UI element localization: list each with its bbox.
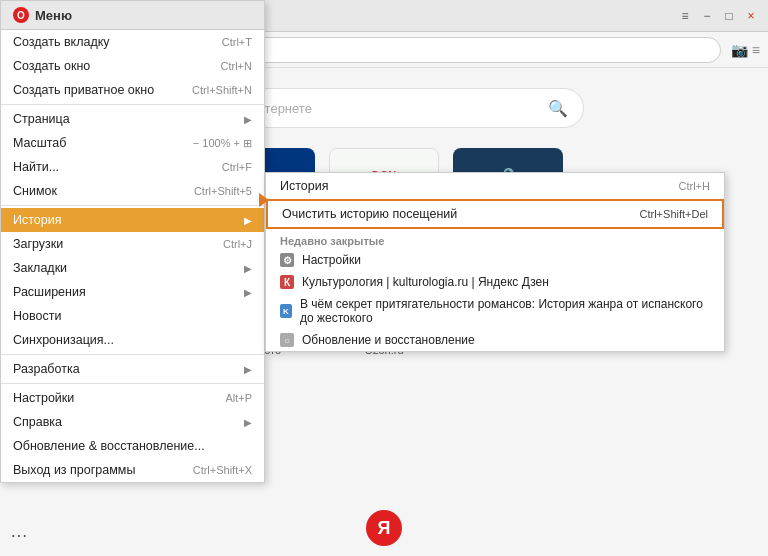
- submenu-recent-kulturologia[interactable]: К Культурология | kulturologia.ru | Янде…: [266, 271, 724, 293]
- historia-arrow: [259, 193, 269, 207]
- menu-item-new-window[interactable]: Создать окно Ctrl+N: [1, 54, 264, 78]
- address-bar-icons: 📷 ≡: [731, 42, 760, 58]
- private-window-shortcut: Ctrl+Shift+N: [192, 84, 252, 96]
- menu-item-new-tab[interactable]: Создать вкладку Ctrl+T: [1, 30, 264, 54]
- menu-title: Меню: [35, 8, 72, 23]
- dev-arrow: ▶: [244, 364, 252, 375]
- extensions-arrow: ▶: [244, 287, 252, 298]
- page-label: Страница: [13, 112, 70, 126]
- update-favicon: ○: [280, 333, 294, 347]
- recent-update-label: Обновление и восстановление: [302, 333, 475, 347]
- divider-1: [1, 104, 264, 105]
- menu-icon[interactable]: ≡: [752, 42, 760, 58]
- menu-item-downloads[interactable]: Загрузки Ctrl+J: [1, 232, 264, 256]
- submenu-history-label: История: [280, 179, 328, 193]
- history-arrow: ▶: [244, 215, 252, 226]
- settings-shortcut: Alt+P: [225, 392, 252, 404]
- menu-item-bookmarks[interactable]: Закладки ▶: [1, 256, 264, 280]
- menu-item-private-window[interactable]: Создать приватное окно Ctrl+Shift+N: [1, 78, 264, 102]
- kulturologia-favicon: К: [280, 275, 294, 289]
- minimize-button[interactable]: −: [698, 7, 716, 25]
- settings-favicon: ⚙: [280, 253, 294, 267]
- submenu-section-recently-closed: Недавно закрытые: [266, 229, 724, 249]
- update-label: Обновление & восстановление...: [13, 439, 205, 453]
- zoom-label: Масштаб: [13, 136, 66, 150]
- new-tab-label: Создать вкладку: [13, 35, 110, 49]
- recent-sekret-label: В чём секрет притягательности романсов: …: [300, 297, 710, 325]
- downloads-shortcut: Ctrl+J: [223, 238, 252, 250]
- menu-item-settings[interactable]: Настройки Alt+P: [1, 386, 264, 410]
- find-label: Найти...: [13, 160, 59, 174]
- yandex-logo[interactable]: Я: [366, 510, 402, 546]
- submenu-recent-update[interactable]: ○ Обновление и восстановление: [266, 329, 724, 351]
- dev-label: Разработка: [13, 362, 80, 376]
- camera-icon[interactable]: 📷: [731, 42, 748, 58]
- new-window-shortcut: Ctrl+N: [221, 60, 252, 72]
- menu-item-update[interactable]: Обновление & восстановление...: [1, 434, 264, 458]
- divider-4: [1, 383, 264, 384]
- main-menu: O Меню Создать вкладку Ctrl+T Создать ок…: [0, 0, 265, 483]
- submenu-clear-history-label: Очистить историю посещений: [282, 207, 457, 221]
- submenu-recent-settings[interactable]: ⚙ Настройки: [266, 249, 724, 271]
- divider-3: [1, 354, 264, 355]
- private-window-label: Создать приватное окно: [13, 83, 154, 97]
- submenu-clear-history-shortcut: Ctrl+Shift+Del: [640, 208, 708, 220]
- extensions-label: Расширения: [13, 285, 86, 299]
- submenu-clear-history[interactable]: Очистить историю посещений Ctrl+Shift+De…: [266, 199, 724, 229]
- history-submenu: История Ctrl+H Очистить историю посещени…: [265, 172, 725, 352]
- bookmarks-label: Закладки: [13, 261, 67, 275]
- submenu-history[interactable]: История Ctrl+H: [266, 173, 724, 199]
- recent-kulturologia-label: Культурология | kulturologia.ru | Яндекс…: [302, 275, 549, 289]
- downloads-label: Загрузки: [13, 237, 63, 251]
- close-button[interactable]: ×: [742, 7, 760, 25]
- menu-item-sync[interactable]: Синхронизация...: [1, 328, 264, 352]
- find-shortcut: Ctrl+F: [222, 161, 252, 173]
- settings-label: Настройки: [13, 391, 74, 405]
- menu-item-news[interactable]: Новости: [1, 304, 264, 328]
- page-arrow: ▶: [244, 114, 252, 125]
- menu-item-dev[interactable]: Разработка ▶: [1, 357, 264, 381]
- news-label: Новости: [13, 309, 61, 323]
- screenshot-shortcut: Ctrl+Shift+5: [194, 185, 252, 197]
- menu-item-exit[interactable]: Выход из программы Ctrl+Shift+X: [1, 458, 264, 482]
- recent-settings-label: Настройки: [302, 253, 361, 267]
- zoom-value: − 100% + ⊞: [193, 137, 252, 150]
- new-tab-shortcut: Ctrl+T: [222, 36, 252, 48]
- opera-icon: O: [13, 7, 29, 23]
- exit-shortcut: Ctrl+Shift+X: [193, 464, 252, 476]
- sync-label: Синхронизация...: [13, 333, 114, 347]
- menu-item-help[interactable]: Справка ▶: [1, 410, 264, 434]
- screenshot-label: Снимок: [13, 184, 57, 198]
- submenu-history-shortcut: Ctrl+H: [679, 180, 710, 192]
- submenu-recent-sekret[interactable]: K В чём секрет притягательности романсов…: [266, 293, 724, 329]
- more-button[interactable]: …: [10, 521, 28, 542]
- history-label: История: [13, 213, 61, 227]
- maximize-button[interactable]: □: [720, 7, 738, 25]
- funnel-icon[interactable]: ≡: [676, 7, 694, 25]
- help-label: Справка: [13, 415, 62, 429]
- help-arrow: ▶: [244, 417, 252, 428]
- sekret-favicon: K: [280, 304, 292, 318]
- search-icon[interactable]: 🔍: [548, 99, 568, 118]
- bookmarks-arrow: ▶: [244, 263, 252, 274]
- new-window-label: Создать окно: [13, 59, 90, 73]
- exit-label: Выход из программы: [13, 463, 135, 477]
- menu-item-find[interactable]: Найти... Ctrl+F: [1, 155, 264, 179]
- divider-2: [1, 205, 264, 206]
- browser-window: ≡ − □ × Запрос для поиска или веб-адрес …: [0, 0, 768, 556]
- menu-item-history[interactable]: История ▶: [1, 208, 264, 232]
- menu-item-screenshot[interactable]: Снимок Ctrl+Shift+5: [1, 179, 264, 203]
- menu-item-extensions[interactable]: Расширения ▶: [1, 280, 264, 304]
- menu-item-zoom[interactable]: Масштаб − 100% + ⊞: [1, 131, 264, 155]
- menu-item-page[interactable]: Страница ▶: [1, 107, 264, 131]
- menu-header: O Меню: [1, 1, 264, 30]
